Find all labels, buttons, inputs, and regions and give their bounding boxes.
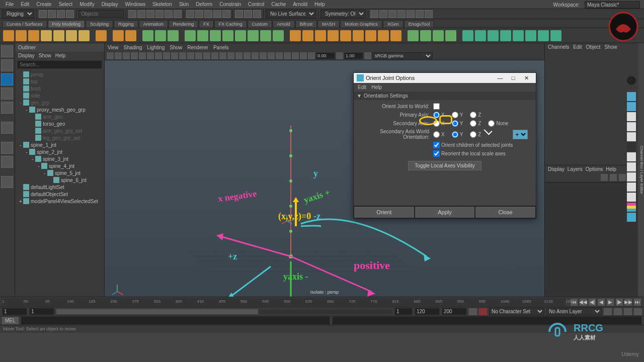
outliner-menu-item[interactable]: Display <box>18 53 35 58</box>
go-end-button[interactable]: ⏭ <box>634 299 641 306</box>
outliner-node[interactable]: front <box>15 85 104 92</box>
pencil-icon[interactable] <box>627 112 636 121</box>
shelf-tab[interactable]: Curves / Surfaces <box>2 20 47 28</box>
tool-icon[interactable] <box>204 10 212 18</box>
ruler-icon[interactable] <box>627 132 636 141</box>
shelf-tab[interactable]: Rendering <box>169 20 199 28</box>
select-tool[interactable] <box>1 45 13 57</box>
outliner-node[interactable]: defaultLightSet <box>15 184 104 191</box>
layers-icon[interactable] <box>627 172 636 182</box>
tool-icon[interactable] <box>165 10 173 18</box>
color-icon[interactable] <box>627 203 636 212</box>
vp-icon[interactable] <box>227 52 234 59</box>
tool-icon[interactable] <box>128 10 136 18</box>
shelf-button[interactable] <box>96 30 107 41</box>
tool-icon[interactable] <box>370 10 378 18</box>
anim-layer-select[interactable]: No Anim Layer <box>546 308 602 315</box>
eye-icon[interactable] <box>627 92 636 101</box>
tool-icon[interactable] <box>48 10 56 18</box>
vp-icon[interactable] <box>155 52 162 59</box>
shelf-button[interactable] <box>488 30 499 41</box>
shelf-button[interactable] <box>353 30 364 41</box>
vp-icon[interactable] <box>268 52 275 59</box>
shelf-button[interactable] <box>197 30 208 41</box>
shelf-button[interactable] <box>433 30 444 41</box>
swatch-icon[interactable] <box>627 213 636 222</box>
primary-y[interactable]: Y <box>452 112 463 118</box>
range-icon[interactable] <box>604 308 612 315</box>
shelf-button[interactable] <box>475 30 486 41</box>
outliner-node[interactable]: torso_geo <box>15 120 104 127</box>
color-space-select[interactable]: sRGB gamma <box>372 52 433 59</box>
vp-icon[interactable] <box>195 52 202 59</box>
workspace-selector[interactable]: Workspace: <box>550 1 640 9</box>
layer-icon[interactable] <box>610 174 617 181</box>
shelf-button[interactable] <box>513 30 524 41</box>
shelf-button[interactable] <box>328 30 339 41</box>
secondary-x[interactable]: X <box>433 120 445 127</box>
shelf-button[interactable] <box>53 30 64 41</box>
tool-icon[interactable] <box>137 10 145 18</box>
object-search[interactable] <box>78 10 124 18</box>
menu-edit[interactable]: Edit <box>17 1 33 8</box>
vp-icon[interactable] <box>235 52 243 59</box>
shelf-button[interactable] <box>16 30 27 41</box>
shelf-button[interactable] <box>365 30 376 41</box>
rotate-tool[interactable] <box>1 87 13 100</box>
vp-icon[interactable] <box>203 52 210 59</box>
current-frame[interactable] <box>394 308 413 315</box>
viewport-menu-item[interactable]: Lighting <box>147 45 165 50</box>
gamma-input[interactable] <box>344 52 363 59</box>
vp-icon[interactable] <box>284 52 291 59</box>
tool-icon[interactable] <box>253 10 261 18</box>
tool-icon[interactable] <box>195 10 203 18</box>
step-fwd-button[interactable]: ▶▶ <box>625 299 632 306</box>
vp-icon[interactable] <box>171 52 178 59</box>
section-header[interactable]: ▼Orientation Settings <box>354 92 536 100</box>
shelf-button[interactable] <box>113 30 124 41</box>
shelf-button[interactable] <box>41 30 52 41</box>
layer-icon[interactable] <box>619 174 626 181</box>
vp-icon[interactable] <box>276 52 283 59</box>
close-button[interactable]: ✕ <box>520 75 533 81</box>
shelf-button[interactable] <box>420 30 431 41</box>
vp-icon[interactable] <box>115 52 122 59</box>
sw-x[interactable]: X <box>433 131 445 138</box>
eraser-icon[interactable] <box>627 122 636 131</box>
secondary-z[interactable]: Z <box>470 120 481 127</box>
prev-key-button[interactable]: ◀| <box>589 299 596 306</box>
outliner-node[interactable]: leg_geo_grp_set <box>15 134 104 141</box>
symmetry-select[interactable]: Symmetry: Off <box>320 10 366 18</box>
orient-button[interactable]: Orient <box>354 206 415 218</box>
vp-icon[interactable] <box>139 52 146 59</box>
shelf-button[interactable] <box>315 30 326 41</box>
scale-tool[interactable] <box>1 102 13 114</box>
outliner-menu-item[interactable]: Help <box>55 53 66 58</box>
world-checkbox[interactable] <box>433 103 440 110</box>
minimize-button[interactable]: — <box>494 75 507 81</box>
dialog-titlebar[interactable]: Orient Joint Options — □ ✕ <box>354 73 536 83</box>
mode-select[interactable]: Rigging <box>2 10 34 18</box>
vp-icon[interactable] <box>211 52 218 59</box>
outliner-node[interactable]: persp <box>15 71 104 78</box>
tool-icon[interactable] <box>407 10 415 18</box>
primary-x[interactable]: X <box>433 112 445 118</box>
shelf-button[interactable] <box>538 30 549 41</box>
vp-icon[interactable] <box>292 52 299 59</box>
vp-icon[interactable] <box>179 52 186 59</box>
shelf-button[interactable] <box>78 30 90 41</box>
workspace-input[interactable] <box>585 1 640 9</box>
shelf-button[interactable] <box>340 30 351 41</box>
tool-icon[interactable] <box>416 10 424 18</box>
step-back-button[interactable]: ◀◀ <box>580 299 587 306</box>
tool-icon[interactable] <box>235 10 243 18</box>
sw-z[interactable]: Z <box>470 131 481 138</box>
menu-display[interactable]: Display <box>98 1 122 8</box>
tool-icon[interactable] <box>379 10 387 18</box>
tool-icon[interactable] <box>388 10 396 18</box>
exposure-input[interactable] <box>316 52 335 59</box>
menu-deform[interactable]: Deform <box>192 1 216 8</box>
channelbox-menu-item[interactable]: Object <box>586 44 601 50</box>
shelf-button[interactable] <box>155 30 166 41</box>
shelf-button[interactable] <box>235 30 246 41</box>
